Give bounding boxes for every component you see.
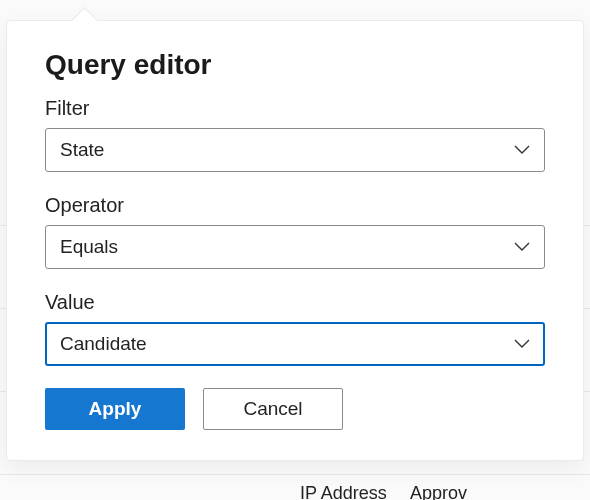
bg-separator [0,474,590,475]
value-label: Value [45,291,545,314]
apply-button[interactable]: Apply [45,388,185,430]
chevron-down-icon [514,242,530,252]
filter-value: State [60,139,104,161]
panel-title: Query editor [45,49,545,81]
bg-text: Approv [410,483,467,500]
chevron-down-icon [514,339,530,349]
action-buttons: Apply Cancel [45,388,545,430]
bg-text: IP Address [300,483,387,500]
query-editor-panel: Query editor Filter State Operator Equal… [6,20,584,461]
value-dropdown[interactable]: Candidate [45,322,545,366]
chevron-down-icon [514,145,530,155]
filter-dropdown[interactable]: State [45,128,545,172]
cancel-button[interactable]: Cancel [203,388,343,430]
operator-dropdown[interactable]: Equals [45,225,545,269]
filter-label: Filter [45,97,545,120]
operator-value: Equals [60,236,118,258]
value-value: Candidate [60,333,147,355]
operator-label: Operator [45,194,545,217]
